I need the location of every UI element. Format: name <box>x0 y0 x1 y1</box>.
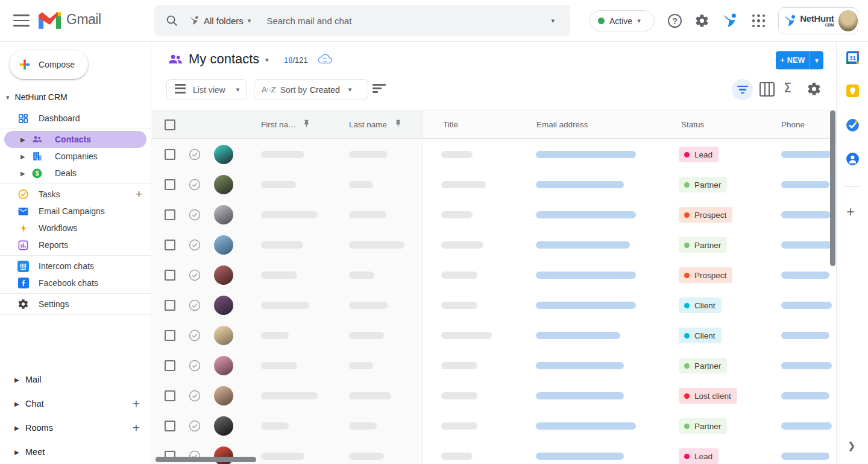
apps-grid-icon[interactable] <box>752 14 765 27</box>
calendar-icon[interactable]: 31 <box>845 50 860 65</box>
column-header-phone[interactable]: Phone <box>781 120 805 129</box>
chevron-right-icon[interactable]: ▶ <box>14 377 19 383</box>
table-row[interactable]: Prospect <box>152 260 836 290</box>
table-row[interactable]: Partner <box>152 351 836 381</box>
row-select-check-icon[interactable] <box>188 208 201 221</box>
pin-icon[interactable] <box>394 119 403 129</box>
new-record-chevron-icon[interactable]: ▼ <box>810 57 823 64</box>
avatar[interactable] <box>214 265 233 285</box>
hamburger-icon[interactable] <box>13 14 30 27</box>
table-row[interactable]: Partner <box>152 170 836 200</box>
column-header-title[interactable]: Title <box>443 120 458 129</box>
row-select-check-icon[interactable] <box>188 148 201 161</box>
avatar[interactable] <box>214 175 233 194</box>
keep-icon[interactable] <box>845 83 860 98</box>
avatar[interactable] <box>214 326 233 345</box>
search-input[interactable]: Search mail and chat <box>266 16 551 26</box>
nethunt-icon[interactable] <box>722 12 738 29</box>
add-panel-icon[interactable]: + <box>846 203 855 220</box>
sidebar-item-companies[interactable]: ▶Companies <box>0 148 151 165</box>
row-select-check-icon[interactable] <box>188 329 201 342</box>
row-select-check-icon[interactable] <box>188 419 201 433</box>
add-icon[interactable]: + <box>136 188 142 201</box>
avatar[interactable] <box>214 235 233 255</box>
view-mode-dropdown[interactable]: List view ▾ <box>166 79 247 100</box>
sum-icon[interactable]: Σ <box>784 81 791 95</box>
table-row[interactable]: Client <box>152 290 836 320</box>
google-contacts-icon[interactable] <box>845 151 860 167</box>
search-scope-dropdown[interactable]: All folders ▾ <box>189 15 251 26</box>
sort-direction-icon[interactable] <box>373 84 386 95</box>
status-badge[interactable]: Prospect <box>679 207 732 223</box>
avatar[interactable] <box>838 10 858 31</box>
sidebar-item-facebook-chats[interactable]: Facebook chats <box>0 275 151 291</box>
row-select-check-icon[interactable] <box>188 389 201 402</box>
chevron-right-icon[interactable]: ▶ <box>14 425 19 431</box>
row-checkbox[interactable] <box>165 390 175 401</box>
sidebar-item-workflows[interactable]: Workflows <box>0 220 151 237</box>
filter-icon[interactable] <box>732 79 753 100</box>
columns-icon[interactable] <box>760 82 775 97</box>
column-header-status[interactable]: Status <box>681 120 704 129</box>
chevron-right-icon[interactable]: ▶ <box>14 449 19 456</box>
new-record-button[interactable]: + NEW ▼ <box>776 51 823 69</box>
status-badge[interactable]: Prospect <box>679 267 732 283</box>
avatar[interactable] <box>214 145 233 164</box>
row-checkbox[interactable] <box>165 179 175 190</box>
search-options-chevron-icon[interactable]: ▾ <box>551 17 555 25</box>
column-header-email[interactable]: Email address <box>536 120 588 129</box>
search-bar[interactable]: All folders ▾ Search mail and chat ▾ <box>154 5 570 36</box>
status-badge[interactable]: Lead <box>679 448 719 464</box>
sync-cloud-icon[interactable] <box>317 52 333 66</box>
row-checkbox[interactable] <box>165 300 175 311</box>
table-row[interactable]: Partner <box>152 230 836 260</box>
avatar[interactable] <box>214 205 233 224</box>
select-all-checkbox[interactable] <box>165 119 175 130</box>
row-select-check-icon[interactable] <box>188 269 201 282</box>
row-select-check-icon[interactable] <box>188 178 201 191</box>
chevron-right-icon[interactable]: ▶ <box>20 136 25 143</box>
add-icon[interactable]: + <box>133 396 140 411</box>
sidebar-item-deals[interactable]: ▶$Deals <box>0 165 151 182</box>
column-header-last-name[interactable]: Last name <box>349 120 387 129</box>
status-badge[interactable]: Client <box>679 297 722 313</box>
table-row[interactable]: Client <box>152 320 836 351</box>
row-checkbox[interactable] <box>165 240 175 250</box>
collapse-rail-icon[interactable]: ❯ <box>848 440 855 451</box>
sidebar-section-rooms[interactable]: ▶Rooms+ <box>0 416 151 440</box>
status-badge[interactable]: Lead <box>679 147 719 162</box>
sidebar-item-tasks[interactable]: Tasks+ <box>0 186 151 203</box>
avatar[interactable] <box>214 296 233 315</box>
sidebar-section-mail[interactable]: ▶Mail <box>0 367 151 392</box>
help-icon[interactable]: ? <box>668 14 682 28</box>
sidebar-item-dashboard[interactable]: Dashboard <box>0 110 151 127</box>
status-badge[interactable]: Partner <box>679 418 727 434</box>
row-checkbox[interactable] <box>165 421 175 431</box>
avatar[interactable] <box>214 356 233 375</box>
sidebar-item-intercom-chats[interactable]: Intercom chats <box>0 258 151 275</box>
gear-icon[interactable] <box>694 13 709 28</box>
avatar[interactable] <box>214 416 233 436</box>
horizontal-scrollbar[interactable] <box>156 457 256 462</box>
status-badge[interactable]: Partner <box>679 358 727 373</box>
chevron-right-icon[interactable]: ▶ <box>20 153 25 160</box>
sidebar-section-chat[interactable]: ▶Chat+ <box>0 392 151 416</box>
row-checkbox[interactable] <box>165 270 175 281</box>
table-row[interactable]: Lead <box>152 139 836 170</box>
avatar[interactable] <box>214 386 233 405</box>
status-badge[interactable]: Partner <box>679 177 727 192</box>
status-badge[interactable]: Lost client <box>679 388 737 404</box>
google-tasks-icon[interactable] <box>845 118 860 133</box>
status-badge[interactable]: Client <box>679 328 722 343</box>
sidebar-item-contacts[interactable]: ▶Contacts <box>4 131 146 148</box>
sidebar-item-email-campaigns[interactable]: Email Campaigns <box>0 203 151 220</box>
row-checkbox[interactable] <box>165 209 175 220</box>
row-checkbox[interactable] <box>165 360 175 371</box>
status-badge[interactable]: Partner <box>679 237 727 253</box>
table-row[interactable]: Partner <box>152 411 836 441</box>
sidebar-item-settings[interactable]: Settings <box>0 296 151 313</box>
table-row[interactable]: Prospect <box>152 200 836 230</box>
sidebar-item-reports[interactable]: Reports <box>0 237 151 253</box>
row-select-check-icon[interactable] <box>188 299 201 312</box>
column-header-first-name[interactable]: First na… <box>261 120 297 129</box>
